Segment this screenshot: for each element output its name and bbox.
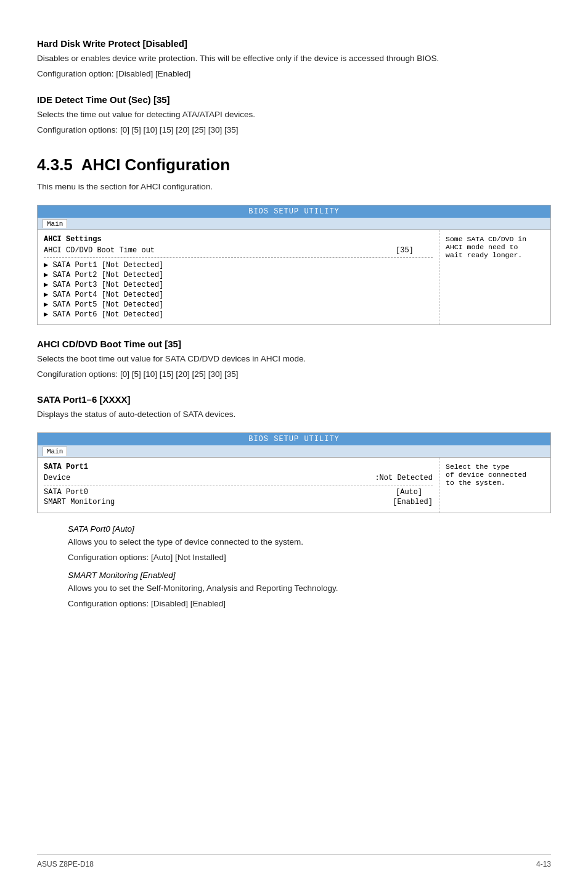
sata-port0-subsection: SATA Port0 [Auto] Allows you to select t… (68, 524, 551, 564)
bios-cd-label: AHCI CD/DVD Boot Time out (44, 246, 396, 255)
sata-port-para1: Displays the status of auto-detection of… (37, 408, 551, 421)
bios-sata-port0-value: [Auto] (396, 488, 433, 497)
ahci-cd-dvd-title: AHCI CD/DVD Boot Time out [35] (37, 339, 551, 349)
bios-right-1: Some SATA CD/DVD in AHCI mode need to wa… (439, 230, 550, 324)
ahci-cd-dvd-section: AHCI CD/DVD Boot Time out [35] Selects t… (37, 339, 551, 381)
bios-smart-row: SMART Monitoring [Enabled] (44, 498, 433, 506)
sata-port0-para2: Configuration options: [Auto] [Not Insta… (68, 551, 551, 564)
hard-disk-title: Hard Disk Write Protect [Disabled] (37, 38, 551, 49)
bios-section-label-2: SATA Port1 (44, 463, 433, 471)
ide-detect-para2: Configuration options: [0] [5] [10] [15]… (37, 124, 551, 137)
sata-port0-italic-title: SATA Port0 [Auto] (68, 524, 551, 534)
bios-row-ahci-cd: AHCI CD/DVD Boot Time out [35] (44, 246, 433, 255)
bios-left-1: AHCI Settings AHCI CD/DVD Boot Time out … (38, 230, 439, 324)
bios-content-1: AHCI Settings AHCI CD/DVD Boot Time out … (38, 230, 550, 324)
smart-monitoring-subsection: SMART Monitoring [Enabled] Allows you to… (68, 571, 551, 611)
bios-content-2: SATA Port1 Device :Not Detected SATA Por… (38, 458, 550, 513)
bios-tab-main-2: Main (43, 447, 67, 456)
page-footer: ASUS Z8PE-D18 4-13 (37, 854, 551, 868)
hard-disk-para2: Configuration option: [Disabled] [Enable… (37, 68, 551, 81)
indented-subsections: SATA Port0 [Auto] Allows you to select t… (37, 524, 551, 611)
bios-tab-row-1: Main (38, 218, 550, 230)
bios-smart-label: SMART Monitoring (44, 498, 393, 506)
bios-section-label-1: AHCI Settings (44, 235, 433, 244)
bios-help-text-1: Some SATA CD/DVD in AHCI mode need to wa… (446, 235, 526, 259)
smart-monitoring-para1: Allows you to set the Self-Monitoring, A… (68, 582, 551, 595)
bios-header-1: BIOS SETUP UTILITY (38, 205, 550, 218)
sata-port-section: SATA Port1–6 [XXXX] Displays the status … (37, 394, 551, 421)
bios-sata-port0-row: SATA Port0 [Auto] (44, 488, 433, 497)
bios-port-6: SATA Port6 [Not Detected] (44, 310, 433, 319)
bios-box-ahci: BIOS SETUP UTILITY Main AHCI Settings AH… (37, 205, 551, 325)
chapter-header: 4.3.5 AHCI Configuration (37, 155, 551, 175)
ahci-cd-dvd-para1: Selects the boot time out value for SATA… (37, 353, 551, 366)
ide-detect-section: IDE Detect Time Out (Sec) [35] Selects t… (37, 94, 551, 137)
footer-left: ASUS Z8PE-D18 (37, 860, 94, 868)
bios-device-row: Device :Not Detected (44, 474, 433, 482)
chapter-number: 4.3.5 (37, 155, 73, 175)
sata-port0-para1: Allows you to select the type of device … (68, 536, 551, 549)
smart-monitoring-para2: Configuration options: [Disabled] [Enabl… (68, 598, 551, 611)
ide-detect-para1: Selects the time out value for detecting… (37, 109, 551, 122)
ide-detect-title: IDE Detect Time Out (Sec) [35] (37, 94, 551, 105)
hard-disk-write-protect-section: Hard Disk Write Protect [Disabled] Disab… (37, 38, 551, 81)
hard-disk-para1: Disables or enables device write protect… (37, 52, 551, 65)
bios-header-2: BIOS SETUP UTILITY (38, 433, 550, 445)
bios-cd-value: [35] (396, 246, 433, 255)
footer-right: 4-13 (536, 860, 551, 868)
bios-port-1: SATA Port1 [Not Detected] (44, 260, 433, 270)
smart-monitoring-italic-title: SMART Monitoring [Enabled] (68, 571, 551, 580)
bios-smart-value: [Enabled] (393, 498, 433, 506)
bios-box-sata: BIOS SETUP UTILITY Main SATA Port1 Devic… (37, 432, 551, 513)
bios-tab-row-2: Main (38, 445, 550, 458)
bios-port-2: SATA Port2 [Not Detected] (44, 270, 433, 279)
ahci-cd-dvd-para2: Congifuration options: [0] [5] [10] [15]… (37, 368, 551, 381)
chapter-name: AHCI Configuration (81, 155, 230, 175)
bios-device-value: :Not Detected (375, 474, 433, 482)
bios-tab-main-1: Main (43, 219, 67, 228)
bios-help-text-2: Select the type of device connected to t… (446, 463, 526, 487)
bios-sata-port0-label: SATA Port0 (44, 488, 396, 497)
bios-port-4: SATA Port4 [Not Detected] (44, 290, 433, 299)
bios-port-3: SATA Port3 [Not Detected] (44, 280, 433, 289)
bios-left-2: SATA Port1 Device :Not Detected SATA Por… (38, 458, 439, 513)
sata-port-title: SATA Port1–6 [XXXX] (37, 394, 551, 405)
chapter-intro: This menu is the section for AHCI config… (37, 181, 551, 194)
bios-port-5: SATA Port5 [Not Detected] (44, 300, 433, 309)
bios-device-label: Device (44, 474, 375, 482)
bios-right-2: Select the type of device connected to t… (439, 458, 550, 513)
